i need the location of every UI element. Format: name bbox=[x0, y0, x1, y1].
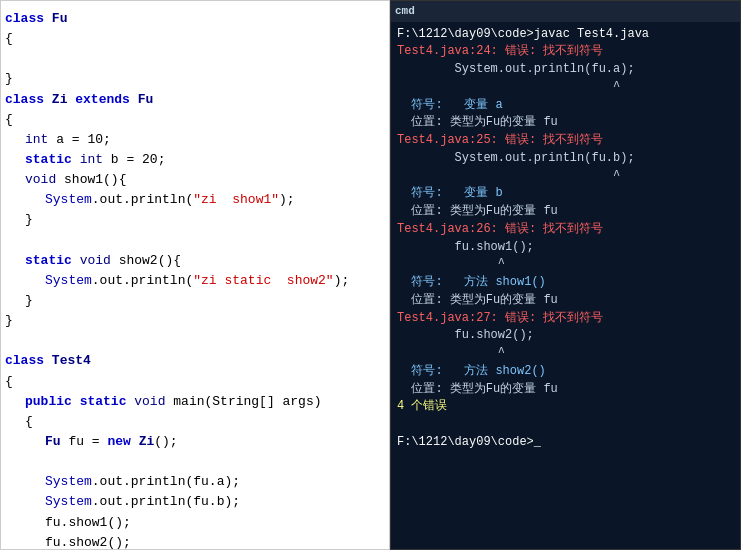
terminal-line: fu.show2(); bbox=[397, 327, 734, 345]
terminal-line: 符号: 变量 b bbox=[397, 185, 734, 203]
code-line: fu.show2(); bbox=[5, 533, 385, 550]
code-line: fu.show1(); bbox=[5, 513, 385, 533]
code-line bbox=[5, 231, 385, 251]
terminal-line: ^ bbox=[397, 168, 734, 186]
code-editor: class Fu { } class Zi extends Fu { int a… bbox=[0, 0, 390, 550]
terminal-line: Test4.java:26: 错误: 找不到符号 bbox=[397, 221, 734, 239]
terminal-line: 位置: 类型为Fu的变量 fu bbox=[397, 114, 734, 132]
code-line: { bbox=[5, 412, 385, 432]
terminal-line: Test4.java:25: 错误: 找不到符号 bbox=[397, 132, 734, 150]
code-line: { bbox=[5, 110, 385, 130]
code-line: { bbox=[5, 29, 385, 49]
code-line: class Test4 bbox=[5, 351, 385, 371]
code-line: Fu fu = new Zi(); bbox=[5, 432, 385, 452]
code-line bbox=[5, 49, 385, 69]
terminal-line: 符号: 方法 show1() bbox=[397, 274, 734, 292]
terminal-line: 符号: 变量 a bbox=[397, 97, 734, 115]
code-line: } bbox=[5, 291, 385, 311]
code-line: } bbox=[5, 311, 385, 331]
terminal-prompt: F:\1212\day09\code>_ bbox=[397, 434, 734, 452]
code-line: public static void main(String[] args) bbox=[5, 392, 385, 412]
code-line: System.out.println(fu.b); bbox=[5, 492, 385, 512]
code-line: } bbox=[5, 210, 385, 230]
terminal-line: F:\1212\day09\code>javac Test4.java bbox=[397, 26, 734, 44]
terminal-line: Test4.java:27: 错误: 找不到符号 bbox=[397, 310, 734, 328]
code-line: System.out.println(fu.a); bbox=[5, 472, 385, 492]
code-line: class Zi extends Fu bbox=[5, 90, 385, 110]
terminal-line: 符号: 方法 show2() bbox=[397, 363, 734, 381]
code-line bbox=[5, 452, 385, 472]
terminal-line: 4 个错误 bbox=[397, 398, 734, 416]
terminal-title: cmd bbox=[395, 5, 415, 17]
terminal-line: System.out.println(fu.b); bbox=[397, 150, 734, 168]
code-line: int a = 10; bbox=[5, 130, 385, 150]
terminal-line bbox=[397, 416, 734, 434]
terminal-line: 位置: 类型为Fu的变量 fu bbox=[397, 203, 734, 221]
terminal-line: ^ bbox=[397, 345, 734, 363]
code-line: static void show2(){ bbox=[5, 251, 385, 271]
code-line: } bbox=[5, 69, 385, 89]
terminal-line: ^ bbox=[397, 79, 734, 97]
terminal-line: 位置: 类型为Fu的变量 fu bbox=[397, 381, 734, 399]
code-line bbox=[5, 331, 385, 351]
terminal-line: Test4.java:24: 错误: 找不到符号 bbox=[397, 43, 734, 61]
code-line: System.out.println("zi show1"); bbox=[5, 190, 385, 210]
code-line: System.out.println("zi static show2"); bbox=[5, 271, 385, 291]
code-line: class Fu bbox=[5, 9, 385, 29]
code-line: static int b = 20; bbox=[5, 150, 385, 170]
terminal-line: ^ bbox=[397, 256, 734, 274]
terminal-line: 位置: 类型为Fu的变量 fu bbox=[397, 292, 734, 310]
code-line: void show1(){ bbox=[5, 170, 385, 190]
terminal: cmd F:\1212\day09\code>javac Test4.java … bbox=[390, 0, 741, 550]
code-line: { bbox=[5, 372, 385, 392]
terminal-line: fu.show1(); bbox=[397, 239, 734, 257]
terminal-line: System.out.println(fu.a); bbox=[397, 61, 734, 79]
terminal-title-bar: cmd bbox=[391, 1, 740, 22]
